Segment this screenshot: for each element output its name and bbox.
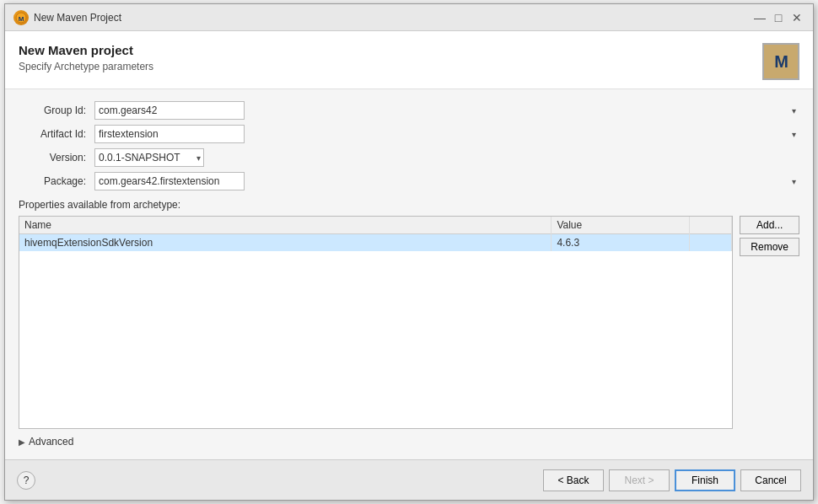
package-row: Package: ▾ xyxy=(19,172,799,190)
maven-logo: M xyxy=(762,43,799,80)
table-buttons: Add... Remove xyxy=(740,216,799,429)
table-row[interactable]: hivemqExtensionSdkVersion 4.6.3 xyxy=(19,234,732,252)
artifact-id-input[interactable] xyxy=(94,125,245,143)
properties-label: Properties available from archetype: xyxy=(19,199,799,211)
row-extra xyxy=(690,234,732,252)
version-select[interactable]: 0.0.1-SNAPSHOT xyxy=(94,148,204,167)
col-empty xyxy=(690,217,732,234)
col-value: Value xyxy=(552,217,690,234)
dialog-header: New Maven project Specify Archetype para… xyxy=(5,31,813,89)
dialog-title: New Maven project xyxy=(19,43,153,57)
finish-button[interactable]: Finish xyxy=(675,469,735,491)
dialog-footer: ? < Back Next > Finish Cancel xyxy=(5,459,813,500)
cancel-button[interactable]: Cancel xyxy=(740,469,801,491)
close-button[interactable]: ✕ xyxy=(789,10,805,25)
minimize-button[interactable]: — xyxy=(752,10,767,25)
title-bar-controls: — □ ✕ xyxy=(752,10,805,25)
remove-button[interactable]: Remove xyxy=(740,238,799,256)
dialog-content: Group Id: ▾ Artifact Id: ▾ xyxy=(5,89,813,459)
new-maven-project-dialog: M New Maven Project — □ ✕ New Maven proj… xyxy=(4,3,814,501)
svg-text:M: M xyxy=(19,15,24,23)
artifact-id-arrow: ▾ xyxy=(792,130,796,139)
properties-table: Name Value hivemqExtensionSdkVersion 4.6… xyxy=(19,217,732,251)
help-button[interactable]: ? xyxy=(17,471,35,490)
row-value: 4.6.3 xyxy=(552,234,690,252)
back-button[interactable]: < Back xyxy=(543,469,604,491)
artifact-id-input-wrapper: ▾ xyxy=(94,125,799,143)
package-input-wrapper: ▾ xyxy=(94,172,799,190)
package-input[interactable] xyxy=(94,172,245,190)
artifact-id-label: Artifact Id: xyxy=(19,128,94,140)
properties-section: Name Value hivemqExtensionSdkVersion 4.6… xyxy=(19,216,799,429)
footer-left: ? xyxy=(17,471,35,490)
table-header-row: Name Value xyxy=(19,217,732,234)
group-id-row: Group Id: ▾ xyxy=(19,101,799,120)
version-label: Version: xyxy=(19,152,94,164)
group-id-input-wrapper: ▾ xyxy=(94,101,799,120)
col-name: Name xyxy=(19,217,552,234)
advanced-arrow-icon: ▶ xyxy=(19,437,25,447)
advanced-section[interactable]: ▶ Advanced xyxy=(19,436,799,448)
package-arrow: ▾ xyxy=(792,177,796,186)
group-id-input[interactable] xyxy=(94,101,245,120)
package-label: Package: xyxy=(19,175,94,187)
dialog-subtitle: Specify Archetype parameters xyxy=(19,61,153,72)
version-row: Version: 0.0.1-SNAPSHOT ▾ xyxy=(19,148,799,167)
advanced-label: Advanced xyxy=(29,436,73,448)
add-button[interactable]: Add... xyxy=(740,216,799,234)
properties-table-wrapper: Name Value hivemqExtensionSdkVersion 4.6… xyxy=(19,216,733,429)
maven-title-icon: M xyxy=(13,10,29,25)
maximize-button[interactable]: □ xyxy=(771,10,786,25)
title-bar: M New Maven Project — □ ✕ xyxy=(5,4,813,31)
row-name: hivemqExtensionSdkVersion xyxy=(19,234,552,252)
package-dropdown[interactable]: ▾ xyxy=(94,172,799,190)
dialog-header-text: New Maven project Specify Archetype para… xyxy=(19,43,153,72)
artifact-id-dropdown[interactable]: ▾ xyxy=(94,125,799,143)
group-id-dropdown[interactable]: ▾ xyxy=(94,101,799,120)
title-bar-text: New Maven Project xyxy=(34,12,121,24)
version-select-wrapper[interactable]: 0.0.1-SNAPSHOT ▾ xyxy=(94,148,204,167)
group-id-arrow: ▾ xyxy=(792,106,796,115)
footer-right: < Back Next > Finish Cancel xyxy=(543,469,801,491)
group-id-label: Group Id: xyxy=(19,105,94,116)
next-button[interactable]: Next > xyxy=(609,469,670,491)
dialog-body: New Maven project Specify Archetype para… xyxy=(5,31,813,500)
title-bar-left: M New Maven Project xyxy=(13,10,121,25)
artifact-id-row: Artifact Id: ▾ xyxy=(19,125,799,143)
